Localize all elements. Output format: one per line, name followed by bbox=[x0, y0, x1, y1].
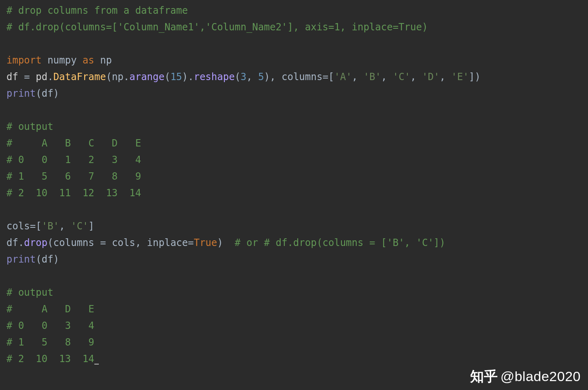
comma: , bbox=[352, 71, 364, 83]
comment-line: # df.drop(columns=['Column_Name1','Colum… bbox=[6, 21, 428, 33]
comma: , bbox=[247, 71, 258, 83]
var-df: df bbox=[6, 71, 18, 83]
call-reshape: reshape bbox=[194, 71, 234, 83]
num-3: 3 bbox=[241, 71, 246, 83]
output-row: # 1 5 6 7 8 9 bbox=[6, 171, 141, 182]
var-df: df bbox=[6, 237, 18, 248]
kwarg-columns: columns bbox=[281, 71, 322, 83]
paren: ( bbox=[106, 71, 112, 83]
paren: ) bbox=[53, 254, 59, 265]
output-row: # 1 5 8 9 bbox=[6, 337, 94, 348]
output-row: # A B C D E bbox=[6, 138, 141, 149]
paren: ( bbox=[36, 254, 41, 265]
kwarg-columns: columns bbox=[53, 237, 94, 248]
bracket-close: ] bbox=[88, 220, 94, 232]
output-header: # output bbox=[6, 287, 53, 298]
op-eq-bracket: =[ bbox=[322, 71, 334, 83]
keyword-as: as bbox=[83, 55, 94, 66]
text-cursor-icon bbox=[94, 364, 99, 365]
arg-df: df bbox=[42, 88, 53, 99]
paren: ) bbox=[53, 88, 59, 99]
paren: ) bbox=[264, 71, 270, 83]
call-dataframe: DataFrame bbox=[53, 71, 106, 83]
paren: ]) bbox=[469, 71, 481, 83]
output-row: # 2 10 13 14 bbox=[6, 353, 94, 365]
str-B: 'B' bbox=[42, 220, 59, 232]
num-15: 15 bbox=[170, 71, 182, 83]
dot: . bbox=[188, 71, 194, 83]
watermark-zhihu: 知乎 bbox=[470, 369, 498, 384]
call-print: print bbox=[6, 88, 36, 99]
arg-df: df bbox=[42, 254, 53, 265]
comma: , bbox=[135, 237, 147, 248]
op-eq-bracket: =[ bbox=[30, 220, 42, 232]
str-D: 'D' bbox=[422, 71, 439, 83]
output-row: # 2 10 11 12 13 14 bbox=[6, 187, 141, 199]
paren: ( bbox=[235, 71, 241, 83]
arg-cols: cols bbox=[112, 237, 135, 248]
module-numpy: numpy bbox=[47, 55, 77, 66]
var-cols: cols bbox=[6, 220, 30, 232]
comma: , bbox=[270, 71, 281, 83]
comment-line: # drop columns from a dataframe bbox=[6, 5, 188, 16]
output-header: # output bbox=[6, 121, 53, 132]
call-arange: arange bbox=[129, 71, 164, 83]
op-eq: = bbox=[188, 237, 194, 248]
comma: , bbox=[439, 71, 451, 83]
trailing-comment: # or # df.drop(columns = ['B', 'C']) bbox=[223, 237, 445, 248]
call-drop: drop bbox=[24, 237, 47, 248]
paren: ) bbox=[182, 71, 188, 83]
dot: . bbox=[18, 237, 24, 248]
str-C: 'C' bbox=[71, 220, 88, 232]
comma: , bbox=[410, 71, 422, 83]
keyword-import: import bbox=[6, 55, 42, 66]
paren: ( bbox=[164, 71, 170, 83]
watermark-handle: @blade2020 bbox=[501, 369, 581, 384]
watermark: 知乎@blade2020 bbox=[470, 367, 581, 386]
call-print: print bbox=[6, 254, 36, 265]
output-row: # 0 0 1 2 3 4 bbox=[6, 154, 141, 165]
paren: ( bbox=[36, 88, 41, 99]
str-A: 'A' bbox=[334, 71, 352, 83]
op-eq: = bbox=[94, 237, 112, 248]
output-row: # 0 0 3 4 bbox=[6, 320, 94, 331]
dot: . bbox=[124, 71, 129, 83]
dot: . bbox=[47, 71, 53, 83]
output-row: # A D E bbox=[6, 303, 94, 315]
code-block: # drop columns from a dataframe # df.dro… bbox=[0, 0, 588, 370]
alias-np: np bbox=[100, 55, 112, 66]
paren: ) bbox=[217, 237, 223, 248]
const-true: True bbox=[194, 237, 217, 248]
num-5: 5 bbox=[258, 71, 264, 83]
str-C: 'C' bbox=[393, 71, 410, 83]
module-np: np bbox=[112, 71, 124, 83]
str-B: 'B' bbox=[364, 71, 381, 83]
comma: , bbox=[381, 71, 393, 83]
paren: ( bbox=[47, 237, 53, 248]
comma: , bbox=[59, 220, 71, 232]
kwarg-inplace: inplace bbox=[147, 237, 188, 248]
module-pd: pd bbox=[36, 71, 47, 83]
str-E: 'E' bbox=[451, 71, 469, 83]
op-equals: = bbox=[18, 71, 36, 83]
